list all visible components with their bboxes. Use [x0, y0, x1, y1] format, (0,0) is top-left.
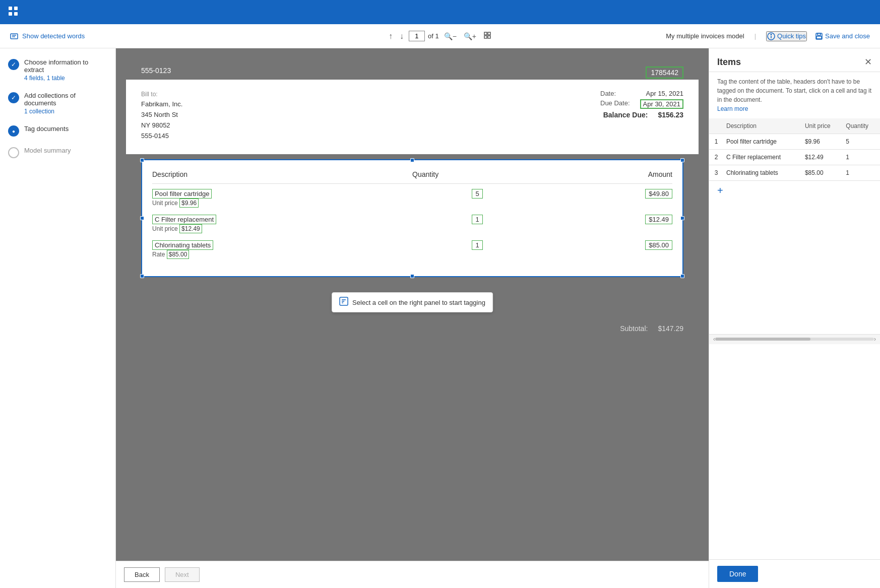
step-title-tag-documents: Tag documents — [24, 125, 69, 133]
svg-rect-8 — [488, 32, 490, 35]
apps-icon[interactable] — [8, 6, 18, 19]
panel-title: Items — [717, 57, 741, 68]
sidebar-step-choose-info[interactable]: ✓ Choose information to extract 4 fields… — [8, 58, 107, 82]
row-num-1: 1 — [709, 134, 723, 150]
right-panel: Items ✕ Tag the content of the table, he… — [709, 48, 880, 588]
next-button[interactable]: Next — [165, 567, 200, 582]
row-qty-1[interactable]: 5 — [843, 134, 880, 150]
sidebar: ✓ Choose information to extract 4 fields… — [0, 48, 116, 588]
qty-value-2[interactable]: 1 — [472, 215, 482, 224]
fit-page-btn[interactable] — [481, 30, 493, 42]
balance-value: $156.23 — [658, 111, 683, 119]
scroll-track[interactable] — [715, 338, 874, 341]
svg-rect-15 — [818, 33, 821, 35]
row-unit-price-3[interactable]: $85.00 — [802, 165, 843, 181]
row-unit-price-1[interactable]: $9.96 — [802, 134, 843, 150]
resize-handle-br[interactable] — [680, 274, 684, 278]
table-row[interactable]: 1 Pool filter cartridge $9.96 5 — [709, 134, 880, 150]
item-name-1[interactable]: Pool filter cartridge — [152, 189, 212, 199]
panel-footer: Done — [709, 559, 880, 588]
svg-rect-16 — [816, 36, 822, 39]
item-qty-2: 1 — [412, 215, 542, 232]
bill-date-section: Bill to: Fabrikam, Inc. 345 North St NY … — [141, 90, 683, 141]
item-qty-1: 5 — [412, 189, 542, 207]
learn-more-link[interactable]: Learn more — [717, 105, 748, 112]
item-name-3[interactable]: Chlorinating tablets — [152, 240, 213, 250]
row-desc-3[interactable]: Chlorinating tablets — [723, 165, 802, 181]
done-button[interactable]: Done — [717, 566, 758, 582]
resize-handle-tr[interactable] — [680, 158, 684, 162]
item-amount-2: $12.49 — [542, 215, 672, 232]
resize-handle-bl[interactable] — [140, 274, 144, 278]
zoom-out-btn[interactable]: 🔍− — [442, 31, 459, 41]
bill-address1: 345 North St — [141, 110, 182, 120]
resize-handle-tm[interactable] — [410, 158, 414, 162]
add-row-btn[interactable]: + — [709, 181, 731, 201]
table-row: C Filter replacement Unit price $12.49 1… — [152, 215, 672, 232]
amount-value-1[interactable]: $49.80 — [645, 189, 672, 199]
page-total: of 1 — [428, 32, 439, 40]
amount-value-2[interactable]: $12.49 — [645, 215, 672, 224]
document-area: 555-0123 1785442 Bill to: Fabrikam, Inc.… — [116, 48, 709, 588]
page-down-btn[interactable]: ↓ — [398, 31, 406, 42]
page-number-input[interactable] — [409, 31, 425, 41]
panel-description: Tag the content of the table, headers do… — [709, 72, 880, 118]
row-desc-1[interactable]: Pool filter cartridge — [723, 134, 802, 150]
row-unit-price-2[interactable]: $12.49 — [802, 150, 843, 165]
step-title-choose-info: Choose information to extract — [24, 58, 107, 74]
zoom-in-btn[interactable]: 🔍+ — [462, 31, 478, 41]
amount-value-3[interactable]: $85.00 — [645, 240, 672, 250]
bill-company: Fabrikam, Inc. — [141, 99, 182, 110]
col-quantity: Quantity — [412, 170, 542, 178]
table-row[interactable]: 2 C Filter replacement $12.49 1 — [709, 150, 880, 165]
tooltip-icon — [339, 297, 348, 308]
show-detected-words-btn[interactable]: Show detected words — [10, 32, 85, 40]
svg-rect-2 — [9, 12, 12, 16]
model-name: My multiple invoices model — [666, 32, 744, 40]
unit-price-2[interactable]: $12.49 — [179, 224, 202, 233]
table-row[interactable]: 3 Chlorinating tablets $85.00 1 — [709, 165, 880, 181]
invoice-phone: 555-0123 — [141, 67, 683, 75]
invoice-table-container: Description Quantity Amount Pool filter … — [141, 159, 683, 277]
row-qty-2[interactable]: 1 — [843, 150, 880, 165]
resize-handle-lm[interactable] — [140, 216, 144, 220]
panel-desc-text: Tag the content of the table, headers do… — [717, 78, 871, 103]
sidebar-step-add-collections[interactable]: ✓ Add collections of documents 1 collect… — [8, 92, 107, 115]
row-desc-2[interactable]: C Filter replacement — [723, 150, 802, 165]
resize-handle-bm[interactable] — [410, 274, 414, 278]
resize-handle-tl[interactable] — [140, 158, 144, 162]
step-title-add-collections: Add collections of documents — [24, 92, 107, 107]
step-subtitle-add-collections: 1 collection — [24, 108, 107, 115]
save-and-close-btn[interactable]: Save and close — [815, 32, 870, 40]
sidebar-step-tag-documents[interactable]: ● Tag documents — [8, 125, 107, 137]
quick-tips-btn[interactable]: Quick tips — [766, 31, 807, 41]
panel-close-btn[interactable]: ✕ — [864, 56, 872, 68]
bill-phone: 555-0145 — [141, 131, 182, 142]
scroll-right-btn[interactable]: › — [874, 336, 876, 343]
back-button[interactable]: Back — [124, 567, 160, 582]
resize-handle-rm[interactable] — [680, 216, 684, 220]
quick-tips-label: Quick tips — [777, 32, 806, 40]
scroll-thumb — [715, 338, 810, 341]
row-qty-3[interactable]: 1 — [843, 165, 880, 181]
qty-value-3[interactable]: 1 — [472, 240, 482, 250]
page-up-btn[interactable]: ↑ — [387, 31, 395, 42]
item-name-2[interactable]: C Filter replacement — [152, 215, 216, 224]
col-amount: Amount — [542, 170, 672, 178]
tooltip-bar: Select a cell on the right panel to star… — [332, 292, 493, 312]
col-desc-header: Description — [723, 118, 802, 134]
unit-price-label-3: Rate — [152, 251, 165, 258]
sidebar-step-model-summary[interactable]: Model summary — [8, 147, 107, 158]
bill-to: Bill to: Fabrikam, Inc. 345 North St NY … — [141, 90, 182, 141]
due-date-row: Due Date: Apr 30, 2021 — [600, 99, 683, 109]
unit-price-3[interactable]: $85.00 — [167, 250, 190, 259]
col-quantity-header: Quantity — [843, 118, 880, 134]
svg-rect-4 — [11, 34, 18, 39]
unit-price-1[interactable]: $9.96 — [179, 199, 199, 208]
step-icon-model-summary — [8, 147, 19, 158]
qty-value-1[interactable]: 5 — [472, 189, 482, 199]
svg-rect-10 — [488, 36, 490, 38]
bill-to-label: Bill to: — [141, 90, 182, 99]
date-label: Date: — [600, 90, 616, 97]
item-amount-3: $85.00 — [542, 240, 672, 258]
